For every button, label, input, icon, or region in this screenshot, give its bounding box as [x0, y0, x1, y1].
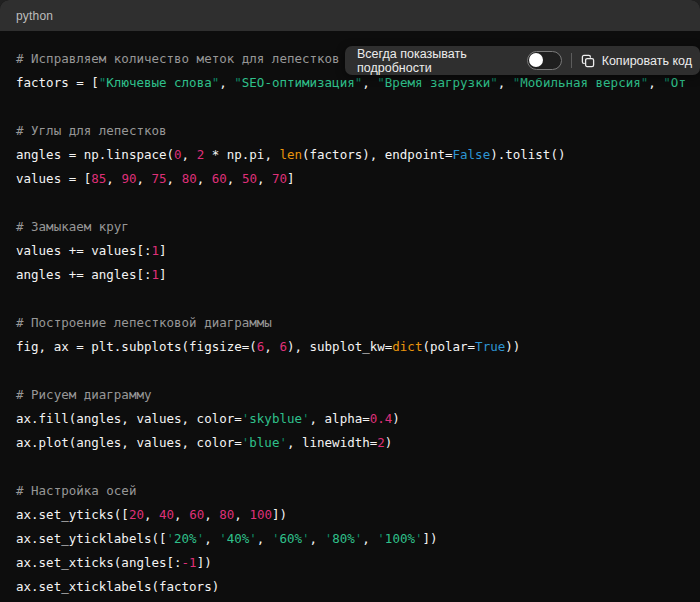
code-line: # Настройка осей — [16, 479, 684, 503]
code-line: values = [85, 90, 75, 80, 60, 50, 70] — [16, 167, 684, 191]
code-line: # Построение лепестковой диаграммы — [16, 311, 684, 335]
code-line: ax.set_xticks(angles[:-1]) — [16, 551, 684, 575]
code-line — [16, 191, 684, 215]
code-body: # Исправляем количество меток для лепест… — [0, 31, 700, 602]
code-line: ax.set_xticklabels(factors) — [16, 575, 684, 599]
code-line: ax.fill(angles, values, color='skyblue',… — [16, 407, 684, 431]
code-line: values += values[:1] — [16, 239, 684, 263]
code-block: python # Исправляем количество меток для… — [0, 0, 700, 602]
code-line — [16, 455, 684, 479]
code-line: ax.plot(angles, values, color='blue', li… — [16, 431, 684, 455]
code-line: # Рисуем диаграмму — [16, 383, 684, 407]
code-header: python — [0, 0, 700, 31]
copy-icon — [581, 54, 595, 68]
code-line — [16, 95, 684, 119]
code-line — [16, 287, 684, 311]
code-line — [16, 359, 684, 383]
code-line: ax.set_yticks([20, 40, 60, 80, 100]) — [16, 503, 684, 527]
code-line: angles += angles[:1] — [16, 263, 684, 287]
toggle-knob — [529, 53, 543, 67]
copy-code-label: Копировать код — [602, 54, 692, 68]
code-line: fig, ax = plt.subplots(figsize=(6, 6), s… — [16, 335, 684, 359]
code-actions-toolbar: Всегда показывать подробности Копировать… — [345, 46, 700, 75]
always-show-details-toggle[interactable] — [527, 51, 562, 70]
code-line: # Замыкаем круг — [16, 215, 684, 239]
always-show-details-label: Всегда показывать подробности — [357, 47, 518, 75]
code-language-label: python — [16, 9, 53, 23]
copy-code-button[interactable]: Копировать код — [581, 54, 692, 68]
toolbar-divider — [571, 53, 572, 68]
code-line: ax.set_yticklabels(['20%', '40%', '60%',… — [16, 527, 684, 551]
code-line: angles = np.linspace(0, 2 * np.pi, len(f… — [16, 143, 684, 167]
code-line: # Углы для лепестков — [16, 119, 684, 143]
